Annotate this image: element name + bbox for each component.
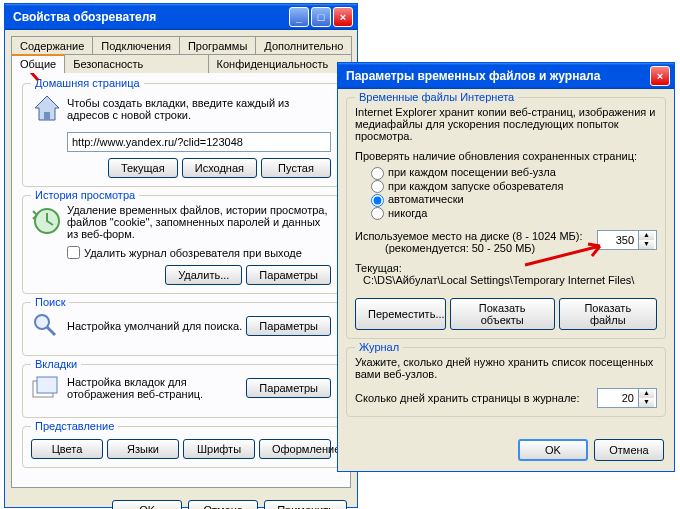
appearance-fieldset: Представление Цвета Языки Шрифты Оформле… [22, 426, 340, 468]
journal-days-label: Сколько дней хранить страницы в журнале: [355, 392, 597, 404]
spin-up-icon-2[interactable]: ▲ [639, 389, 654, 398]
search-legend: Поиск [31, 296, 69, 308]
tab-advanced[interactable]: Дополнительно [255, 36, 352, 55]
current-folder-path: C:\DS\Айбулат\Local Settings\Temporary I… [355, 274, 657, 286]
titlebar[interactable]: Свойства обозревателя _ □ × [5, 4, 357, 30]
svg-point-2 [35, 315, 49, 329]
home-icon [31, 92, 63, 124]
radio-never-label: никогда [388, 207, 427, 219]
spin-down-icon-2[interactable]: ▼ [639, 398, 654, 407]
history-fieldset: История просмотра Удаление временных фай… [22, 195, 340, 294]
tab-general[interactable]: Общие [11, 54, 65, 73]
radio-never[interactable] [371, 207, 384, 220]
temp-files-legend: Временные файлы Интернета [355, 91, 518, 103]
fonts-button[interactable]: Шрифты [183, 439, 255, 459]
move-folder-button[interactable]: Переместить... [355, 298, 446, 330]
delete-history-button[interactable]: Удалить... [165, 265, 242, 285]
tabs-container: Содержание Подключения Программы Дополни… [11, 36, 351, 73]
journal-days-spinner[interactable]: ▲▼ [597, 388, 657, 408]
tabs-legend: Вкладки [31, 358, 81, 370]
homepage-current-button[interactable]: Текущая [108, 158, 178, 178]
disk-space-label: Используемое место на диске (8 - 1024 МБ… [355, 230, 597, 242]
search-desc: Настройка умолчаний для поиска. [67, 320, 246, 332]
disk-space-rec: (рекомендуется: 50 - 250 МБ) [355, 242, 597, 254]
history-legend: История просмотра [31, 189, 139, 201]
maximize-button[interactable]: □ [311, 7, 331, 27]
temp-files-fieldset: Временные файлы Интернета Internet Explo… [346, 97, 666, 339]
dialog-buttons-2: OK Отмена [338, 433, 674, 471]
journal-days-input[interactable] [598, 389, 638, 407]
homepage-desc: Чтобы создать вкладки, введите каждый из… [67, 97, 331, 121]
tab-security[interactable]: Безопасность [64, 54, 208, 73]
disk-space-spinner[interactable]: ▲▼ [597, 230, 657, 250]
colors-button[interactable]: Цвета [31, 439, 103, 459]
homepage-blank-button[interactable]: Пустая [261, 158, 331, 178]
tabs-desc: Настройка вкладок для отображения веб-ст… [67, 376, 246, 400]
titlebar-2[interactable]: Параметры временных файлов и журнала × [338, 63, 674, 89]
homepage-url-input[interactable] [67, 132, 331, 152]
check-updates-label: Проверять наличие обновления сохраненных… [355, 150, 657, 162]
homepage-default-button[interactable]: Исходная [182, 158, 257, 178]
close-button[interactable]: × [333, 7, 353, 27]
tabs-fieldset: Вкладки Настройка вкладок для отображени… [22, 364, 340, 418]
svg-rect-0 [44, 112, 50, 120]
tab-programs[interactable]: Программы [179, 36, 256, 55]
internet-options-window: Свойства обозревателя _ □ × Содержание П… [4, 3, 358, 508]
settings-content: Временные файлы Интернета Internet Explo… [338, 89, 674, 433]
radio-every-start[interactable] [371, 180, 384, 193]
tabs-settings-button[interactable]: Параметры [246, 378, 331, 398]
view-files-button[interactable]: Показать файлы [559, 298, 657, 330]
svg-rect-5 [37, 377, 57, 393]
homepage-legend: Домашняя страница [31, 77, 144, 89]
tab-privacy[interactable]: Конфиденциальность [208, 54, 352, 73]
journal-desc: Укажите, сколько дней нужно хранить спис… [355, 356, 657, 380]
spin-up-icon[interactable]: ▲ [639, 231, 654, 240]
journal-legend: Журнал [355, 341, 403, 353]
search-fieldset: Поиск Настройка умолчаний для поиска. Па… [22, 302, 340, 356]
minimize-button[interactable]: _ [289, 7, 309, 27]
cancel-button[interactable]: Отмена [188, 500, 258, 509]
magnifier-icon [31, 311, 59, 339]
radio-every-start-label: при каждом запуске обозревателя [388, 180, 563, 192]
disk-space-input[interactable] [598, 231, 638, 249]
apply-button[interactable]: Применить [264, 500, 347, 509]
homepage-fieldset: Домашняя страница Чтобы создать вкладки,… [22, 83, 340, 187]
spin-down-icon[interactable]: ▼ [639, 240, 654, 249]
journal-fieldset: Журнал Укажите, сколько дней нужно храни… [346, 347, 666, 417]
svg-line-3 [47, 327, 55, 335]
close-button-2[interactable]: × [650, 66, 670, 86]
ok-button[interactable]: OK [112, 500, 182, 509]
delete-on-exit-label: Удалить журнал обозревателя при выходе [84, 247, 302, 259]
temp-files-desc: Internet Explorer хранит копии веб-стран… [355, 106, 657, 142]
dialog-buttons: OK Отмена Применить [5, 494, 357, 509]
history-icon [31, 205, 63, 237]
radio-every-visit[interactable] [371, 167, 384, 180]
cancel-button-2[interactable]: Отмена [594, 439, 664, 461]
appearance-legend: Представление [31, 420, 118, 432]
ok-button-2[interactable]: OK [518, 439, 588, 461]
radio-auto[interactable] [371, 194, 384, 207]
delete-on-exit-checkbox[interactable] [67, 246, 80, 259]
view-objects-button[interactable]: Показать объекты [450, 298, 555, 330]
current-folder-label: Текущая: [355, 262, 657, 274]
accessibility-button[interactable]: Оформление [259, 439, 331, 459]
tab-content[interactable]: Содержание [11, 36, 93, 55]
tab-connections[interactable]: Подключения [92, 36, 180, 55]
history-desc: Удаление временных файлов, истории просм… [67, 204, 331, 240]
radio-every-visit-label: при каждом посещении веб-узла [388, 166, 556, 178]
general-tab-content: Домашняя страница Чтобы создать вкладки,… [11, 72, 351, 488]
tabs-icon [31, 373, 59, 401]
languages-button[interactable]: Языки [107, 439, 179, 459]
temp-files-settings-window: Параметры временных файлов и журнала × В… [337, 62, 675, 472]
radio-auto-label: автоматически [388, 193, 464, 205]
search-settings-button[interactable]: Параметры [246, 316, 331, 336]
history-settings-button[interactable]: Параметры [246, 265, 331, 285]
window-title-2: Параметры временных файлов и журнала [346, 69, 600, 83]
window-title: Свойства обозревателя [13, 10, 156, 24]
